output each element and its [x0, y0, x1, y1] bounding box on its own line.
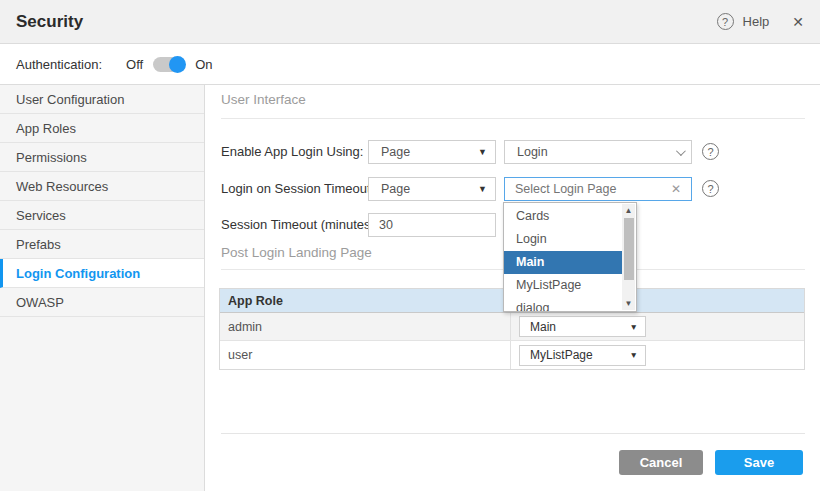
- toggle-off-label: Off: [126, 57, 143, 72]
- role-cell: user: [220, 341, 511, 369]
- toggle-knob: [169, 56, 186, 73]
- security-dialog: Security ? Help ✕ Authentication: Off On…: [0, 0, 820, 491]
- section-user-interface: User Interface: [221, 92, 306, 107]
- sidebar-item-app-roles[interactable]: App Roles: [0, 114, 204, 143]
- timeout-login-type-select[interactable]: Page ▼: [368, 177, 496, 201]
- clear-icon[interactable]: ✕: [671, 182, 681, 196]
- footer-divider: [221, 433, 805, 434]
- sidebar-item-services[interactable]: Services: [0, 201, 204, 230]
- close-icon[interactable]: ✕: [792, 14, 804, 30]
- chevron-down-icon: ▼: [630, 322, 638, 332]
- login-session-timeout-label: Login on Session Timeout:: [221, 177, 374, 201]
- authentication-toggle[interactable]: [153, 57, 185, 72]
- section-post-login: Post Login Landing Page: [221, 245, 372, 260]
- login-page-dropdown: Cards Login Main MyListPage dialog ▲ ▼: [503, 202, 637, 312]
- dropdown-scrollbar[interactable]: ▲ ▼: [622, 204, 635, 310]
- chevron-down-icon: [676, 146, 686, 156]
- table-row: user MyListPage ▼: [220, 341, 804, 369]
- sidebar-item-owasp[interactable]: OWASP: [0, 288, 204, 317]
- dropdown-option-cards[interactable]: Cards: [504, 205, 622, 228]
- user-landing-page-select[interactable]: MyListPage ▼: [519, 345, 646, 366]
- table-row: admin Main ▼: [220, 313, 804, 341]
- dropdown-option-mylistpage[interactable]: MyListPage: [504, 274, 622, 297]
- session-timeout-input[interactable]: [368, 213, 496, 237]
- role-cell: admin: [220, 313, 511, 340]
- help-icon[interactable]: ?: [702, 180, 719, 197]
- admin-landing-page-value: Main: [530, 320, 556, 334]
- sidebar-item-prefabs[interactable]: Prefabs: [0, 230, 204, 259]
- dropdown-option-dialog[interactable]: dialog: [504, 297, 622, 312]
- timeout-login-type-value: Page: [381, 182, 410, 196]
- sidebar-item-user-configuration[interactable]: User Configuration: [0, 85, 204, 114]
- scroll-up-icon[interactable]: ▲: [622, 204, 635, 217]
- enable-login-page-combo[interactable]: Login: [504, 140, 692, 164]
- scrollbar-thumb[interactable]: [624, 218, 634, 280]
- authentication-label: Authentication:: [16, 57, 102, 72]
- divider: [221, 118, 805, 119]
- help-icon[interactable]: ?: [702, 143, 719, 160]
- help-icon[interactable]: ?: [717, 13, 734, 30]
- save-button[interactable]: Save: [715, 450, 803, 475]
- enable-login-type-value: Page: [381, 145, 410, 159]
- chevron-down-icon: ▼: [478, 184, 487, 194]
- select-login-page-input[interactable]: [504, 177, 692, 201]
- authentication-row: Authentication: Off On: [0, 44, 820, 85]
- title-bar: Security ? Help ✕: [0, 0, 820, 44]
- page-title: Security: [16, 12, 83, 32]
- scroll-down-icon[interactable]: ▼: [622, 297, 635, 310]
- dropdown-option-main[interactable]: Main: [504, 251, 622, 274]
- enable-app-login-label: Enable App Login Using:: [221, 140, 363, 164]
- main-panel: User Interface Enable App Login Using: P…: [205, 85, 820, 491]
- admin-landing-page-select[interactable]: Main ▼: [519, 316, 646, 337]
- sidebar-item-permissions[interactable]: Permissions: [0, 143, 204, 172]
- sidebar: User Configuration App Roles Permissions…: [0, 85, 205, 491]
- toggle-on-label: On: [195, 57, 212, 72]
- enable-login-page-value: Login: [517, 145, 548, 159]
- chevron-down-icon: ▼: [478, 147, 487, 157]
- sidebar-item-web-resources[interactable]: Web Resources: [0, 172, 204, 201]
- user-landing-page-value: MyListPage: [530, 348, 593, 362]
- chevron-down-icon: ▼: [630, 350, 638, 360]
- session-timeout-minutes-label: Session Timeout (minutes):: [221, 213, 379, 237]
- help-link[interactable]: Help: [743, 14, 770, 29]
- enable-login-type-select[interactable]: Page ▼: [368, 140, 496, 164]
- dropdown-option-login[interactable]: Login: [504, 228, 622, 251]
- cancel-button[interactable]: Cancel: [619, 450, 703, 475]
- sidebar-item-login-configuration[interactable]: Login Configuration: [0, 259, 204, 288]
